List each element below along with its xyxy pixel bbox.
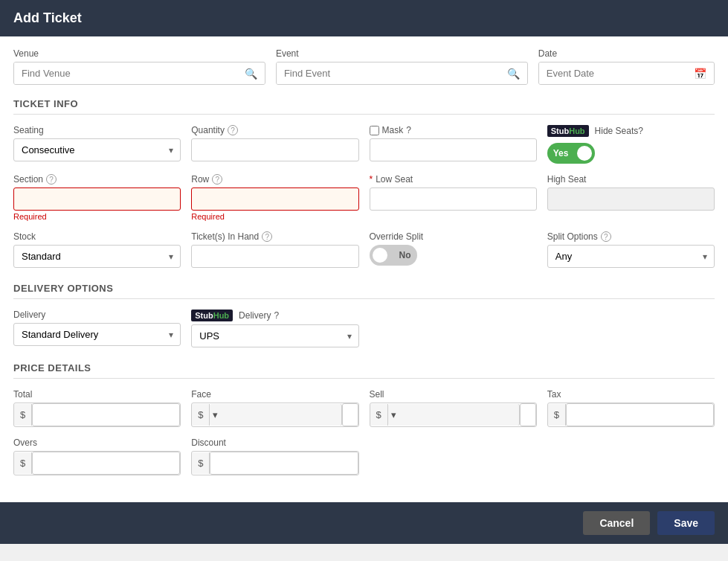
discount-group: Discount $ 0.00 xyxy=(191,437,358,475)
stubhub-delivery-select[interactable]: UPS FedEx USPS xyxy=(191,324,358,347)
mask-label-row: Mask ? xyxy=(370,125,537,135)
ticket-row-2: Section ? Required Row ? Required xyxy=(13,174,715,221)
stubhub-delivery-select-wrap: UPS FedEx USPS xyxy=(191,324,358,347)
cancel-button[interactable]: Cancel xyxy=(583,511,650,535)
section-help-icon[interactable]: ? xyxy=(46,174,57,185)
override-split-group: Override Split No xyxy=(370,231,537,268)
stubhub-delivery-text: Delivery xyxy=(239,310,271,321)
tax-input[interactable]: 0.00 xyxy=(566,403,714,426)
seating-select[interactable]: Consecutive Non-Consecutive General Admi… xyxy=(13,138,181,161)
low-seat-group: * Low Seat 0 xyxy=(370,174,537,211)
hide-seats-group: StubHub Hide Seats? Yes xyxy=(547,125,715,164)
overs-price-wrap: $ 0.00 xyxy=(13,451,181,475)
split-options-label: Split Options ? xyxy=(547,231,715,242)
hide-seats-toggle-wrap: Yes xyxy=(547,143,715,164)
date-group: Date 📅 xyxy=(538,48,715,85)
stubhub-badge-delivery: StubHub xyxy=(191,310,233,321)
venue-input[interactable] xyxy=(14,62,237,84)
hide-seats-label: Hide Seats? xyxy=(595,126,643,136)
event-search-button[interactable]: 🔍 xyxy=(500,63,527,84)
discount-input[interactable]: 0.00 xyxy=(210,452,358,475)
sell-input[interactable]: 0.00 xyxy=(520,403,536,426)
seating-label: Seating xyxy=(13,125,181,135)
event-label: Event xyxy=(276,48,528,59)
overs-input[interactable]: 0.00 xyxy=(32,452,180,475)
date-input[interactable] xyxy=(539,62,686,84)
venue-label: Venue xyxy=(13,48,265,59)
delivery-select-wrap: Standard Delivery UPS FedEx xyxy=(13,323,181,346)
hide-seats-toggle[interactable]: Yes xyxy=(547,143,595,164)
row-input[interactable] xyxy=(191,187,358,211)
ticket-row-3: Stock Standard Electronic Paper Tic xyxy=(13,231,715,268)
split-options-group: Split Options ? Any None Pairs Full xyxy=(547,231,715,268)
date-label: Date xyxy=(538,48,715,59)
sell-group: Sell $ ▾ 0.00 xyxy=(370,389,537,427)
sell-currency: $ xyxy=(370,404,388,426)
total-input[interactable]: 0.00 xyxy=(32,403,180,426)
tax-group: Tax $ 0.00 xyxy=(547,389,715,427)
price-row-2: Overs $ 0.00 Discount $ 0.00 xyxy=(13,437,715,475)
event-input[interactable] xyxy=(277,62,500,84)
overs-group: Overs $ 0.00 xyxy=(13,437,181,475)
high-seat-input[interactable] xyxy=(547,187,715,211)
delivery-row: Delivery Standard Delivery UPS FedEx xyxy=(13,310,715,347)
stock-select[interactable]: Standard Electronic Paper xyxy=(13,245,181,268)
price-section: PRICE DETAILS Total $ 0.00 Face xyxy=(13,362,715,475)
hide-seats-toggle-knob xyxy=(577,146,592,161)
face-currency: $ xyxy=(192,404,210,426)
delivery-group: Delivery Standard Delivery UPS FedEx xyxy=(13,310,181,346)
total-label: Total xyxy=(13,389,181,400)
delivery-section: DELIVERY OPTIONS Delivery Standard Deliv… xyxy=(13,283,715,347)
venue-search-button[interactable]: 🔍 xyxy=(237,63,265,84)
face-input[interactable]: 0.00 xyxy=(342,403,358,426)
stock-label: Stock xyxy=(13,231,181,242)
face-group: Face $ ▾ 0.00 xyxy=(191,389,358,427)
low-seat-label: * Low Seat xyxy=(370,174,537,185)
hide-seats-label-row: StubHub Hide Seats? xyxy=(547,125,715,137)
price-section-title: PRICE DETAILS xyxy=(13,362,715,379)
modal-container: Add Ticket Venue 🔍 Event 🔍 xyxy=(0,0,728,544)
quantity-help-icon[interactable]: ? xyxy=(228,125,238,135)
override-split-no-label: No xyxy=(399,250,411,260)
sell-label: Sell xyxy=(370,389,537,400)
sell-currency-select[interactable]: ▾ xyxy=(388,404,520,426)
stubhub-delivery-group: StubHub Delivery ? UPS FedEx USPS xyxy=(191,310,358,347)
face-currency-select[interactable]: ▾ xyxy=(210,404,341,426)
low-seat-input[interactable]: 0 xyxy=(370,187,537,211)
section-required-msg: Required xyxy=(13,212,181,221)
stubhub-delivery-help-icon[interactable]: ? xyxy=(274,310,279,321)
face-price-wrap: $ ▾ 0.00 xyxy=(191,403,358,427)
venue-input-wrap: 🔍 xyxy=(13,62,265,85)
delivery-section-title: DELIVERY OPTIONS xyxy=(13,283,715,299)
mask-input[interactable]: 0 xyxy=(370,138,537,161)
event-input-wrap: 🔍 xyxy=(276,62,528,85)
face-label: Face xyxy=(191,389,358,400)
mask-label: Mask xyxy=(382,125,404,135)
row-help-icon[interactable]: ? xyxy=(212,174,222,185)
tax-price-wrap: $ 0.00 xyxy=(547,403,715,427)
tax-currency: $ xyxy=(548,404,566,426)
modal-footer: Cancel Save xyxy=(0,502,728,544)
row-required-msg: Required xyxy=(191,212,358,221)
date-calendar-button[interactable]: 📅 xyxy=(686,63,714,84)
delivery-label: Delivery xyxy=(13,310,181,320)
event-group: Event 🔍 xyxy=(276,48,528,85)
save-button[interactable]: Save xyxy=(657,511,715,535)
ticket-row-1: Seating Consecutive Non-Consecutive Gene… xyxy=(13,125,715,164)
tickets-in-hand-help-icon[interactable]: ? xyxy=(262,231,272,242)
section-input[interactable] xyxy=(13,187,181,211)
search-row: Venue 🔍 Event 🔍 Date xyxy=(13,48,715,85)
override-split-toggle[interactable]: No xyxy=(370,245,417,266)
mask-help-icon[interactable]: ? xyxy=(406,125,411,135)
mask-checkbox[interactable] xyxy=(370,126,379,135)
stock-group: Stock Standard Electronic Paper xyxy=(13,231,181,268)
quantity-input[interactable]: 6 xyxy=(191,138,358,161)
seating-group: Seating Consecutive Non-Consecutive Gene… xyxy=(13,125,181,161)
high-seat-label: High Seat xyxy=(547,174,715,185)
overs-currency: $ xyxy=(14,452,32,474)
split-options-help-icon[interactable]: ? xyxy=(601,231,611,242)
split-options-select[interactable]: Any None Pairs Full xyxy=(547,245,715,268)
delivery-select[interactable]: Standard Delivery UPS FedEx xyxy=(13,323,181,346)
tax-label: Tax xyxy=(547,389,715,400)
tickets-in-hand-input[interactable]: 7 days before xyxy=(191,245,358,268)
